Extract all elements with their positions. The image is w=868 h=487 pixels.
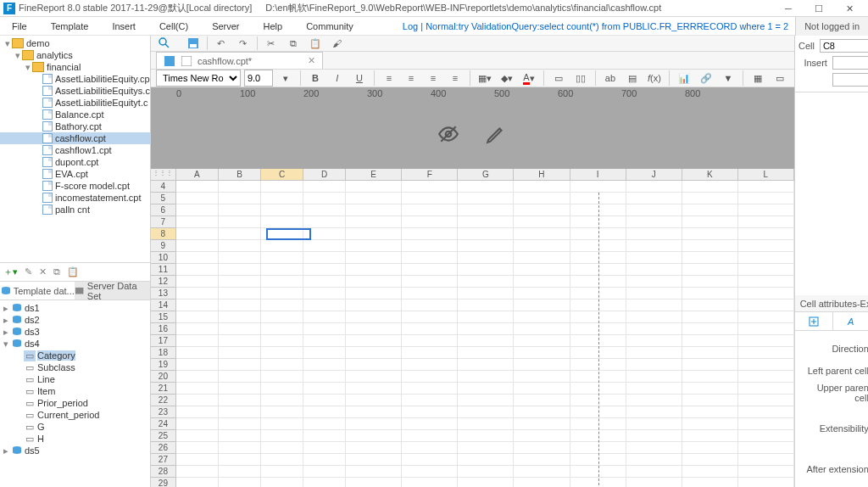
cell[interactable] <box>261 323 303 335</box>
tab-server-data[interactable]: Server Data Set <box>75 282 149 299</box>
cell[interactable] <box>626 478 682 487</box>
cell[interactable] <box>261 299 303 311</box>
font-size-dropdown[interactable]: ▾ <box>276 70 295 87</box>
cell[interactable] <box>738 335 794 347</box>
login-status[interactable]: Not logged in <box>795 17 868 36</box>
cell[interactable] <box>261 193 303 204</box>
cell[interactable] <box>346 442 402 454</box>
align-center-icon[interactable]: ≡ <box>402 70 420 87</box>
cell[interactable] <box>626 347 682 359</box>
cell[interactable] <box>346 383 402 395</box>
rtab-expand[interactable] <box>795 312 833 330</box>
cell[interactable] <box>738 430 794 442</box>
font-size-input[interactable] <box>244 70 273 87</box>
cell[interactable] <box>261 466 303 478</box>
cell[interactable] <box>402 240 458 252</box>
cell[interactable] <box>346 323 402 335</box>
align-right-icon[interactable]: ≡ <box>424 70 442 87</box>
cell[interactable] <box>458 311 514 323</box>
row-header[interactable]: 26 <box>151 442 175 454</box>
cell[interactable] <box>261 181 303 193</box>
cell[interactable] <box>261 406 303 418</box>
col-header[interactable]: A <box>176 169 219 180</box>
cell[interactable] <box>402 430 458 442</box>
parameter-pane[interactable] <box>151 99 794 169</box>
cell[interactable] <box>303 395 346 406</box>
row-header[interactable]: 12 <box>151 276 175 288</box>
cell[interactable] <box>219 264 261 276</box>
row-header[interactable]: 4 <box>151 181 175 193</box>
hyperlink-icon[interactable]: 🔗 <box>697 70 715 87</box>
file-item[interactable]: AssetLiabilitieEquity.cp <box>0 73 150 85</box>
condition-icon[interactable]: ▦ <box>748 70 767 87</box>
row-header[interactable]: 15 <box>151 311 175 323</box>
cell[interactable] <box>682 228 738 240</box>
cell[interactable] <box>458 418 514 430</box>
cell[interactable] <box>626 395 682 406</box>
italic-icon[interactable]: I <box>328 70 347 87</box>
ds-item[interactable]: ▸ds3 <box>0 326 150 338</box>
cell[interactable] <box>219 240 261 252</box>
row-header[interactable]: 28 <box>151 466 175 478</box>
cell[interactable] <box>402 466 458 478</box>
cell[interactable] <box>261 395 303 406</box>
cell[interactable] <box>176 466 219 478</box>
cell[interactable] <box>219 335 261 347</box>
cell[interactable] <box>682 454 738 466</box>
cell[interactable] <box>682 204 738 216</box>
file-item[interactable]: F-score model.cpt <box>0 180 150 192</box>
cell[interactable] <box>682 406 738 418</box>
cell[interactable] <box>458 228 514 240</box>
ds-column-item[interactable]: ▭H <box>0 433 150 445</box>
cell[interactable] <box>261 454 303 466</box>
cell[interactable] <box>402 323 458 335</box>
cell[interactable] <box>346 276 402 288</box>
preview-icon[interactable] <box>156 36 173 51</box>
paste-icon[interactable]: 📋 <box>307 36 324 51</box>
cell[interactable] <box>514 276 570 288</box>
cell[interactable] <box>176 454 219 466</box>
delete-ds-icon[interactable]: ✕ <box>39 266 47 277</box>
cell[interactable] <box>303 276 346 288</box>
cell[interactable] <box>458 181 514 193</box>
col-header[interactable]: G <box>458 169 514 180</box>
undo-icon[interactable]: ↶ <box>213 36 230 51</box>
cell[interactable] <box>346 240 402 252</box>
cell[interactable] <box>514 228 570 240</box>
cell[interactable] <box>458 252 514 264</box>
cell[interactable] <box>219 442 261 454</box>
window-minimize[interactable]: ─ <box>773 1 804 16</box>
cell[interactable] <box>402 406 458 418</box>
cell[interactable] <box>402 311 458 323</box>
copy-icon[interactable]: ⧉ <box>285 36 302 51</box>
cell[interactable] <box>626 383 682 395</box>
cell[interactable] <box>176 371 219 383</box>
cell[interactable] <box>176 240 219 252</box>
cell[interactable] <box>261 347 303 359</box>
cell[interactable] <box>176 430 219 442</box>
cell[interactable] <box>402 193 458 204</box>
cell[interactable] <box>346 252 402 264</box>
cell[interactable] <box>458 193 514 204</box>
cell[interactable] <box>176 276 219 288</box>
ds-column-item[interactable]: ▭Subclass <box>0 361 150 373</box>
cell[interactable] <box>514 478 570 487</box>
cell[interactable] <box>738 264 794 276</box>
cell[interactable] <box>346 454 402 466</box>
document-tab[interactable]: cashflow.cpt* ✕ <box>156 52 323 69</box>
menu-file[interactable]: File <box>0 17 39 36</box>
cell[interactable] <box>303 347 346 359</box>
brush-icon[interactable]: 🖌 <box>329 36 346 51</box>
selected-cell[interactable] <box>266 228 311 240</box>
cell[interactable] <box>458 442 514 454</box>
cell[interactable] <box>303 311 346 323</box>
menu-cell[interactable]: Cell(C) <box>147 17 200 36</box>
cell[interactable] <box>458 323 514 335</box>
menu-insert[interactable]: Insert <box>100 17 147 36</box>
cell[interactable] <box>458 299 514 311</box>
cell[interactable] <box>682 311 738 323</box>
cell[interactable] <box>346 371 402 383</box>
cell[interactable] <box>458 240 514 252</box>
cell[interactable] <box>514 418 570 430</box>
cell[interactable] <box>261 430 303 442</box>
